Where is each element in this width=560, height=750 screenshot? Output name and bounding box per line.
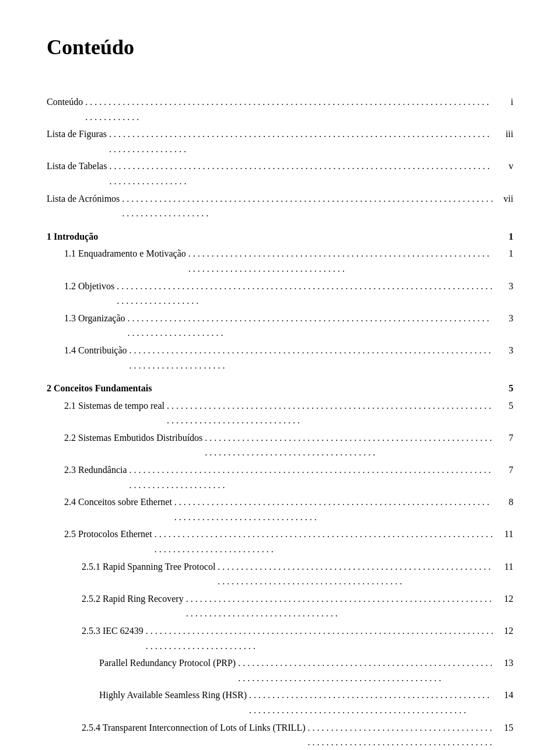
toc-dots: . . . . . . . . . . . . . . . . . . . . … <box>155 527 494 556</box>
toc-entry: 1.3 Organização . . . . . . . . . . . . … <box>47 311 513 341</box>
toc-entry: 2.5.4 Transparent Interconnection of Lot… <box>47 720 513 750</box>
toc-page-number: 7 <box>496 430 513 446</box>
toc-dots: . . . . . . . . . . . . . . . . . . . . … <box>167 398 494 428</box>
toc-dots: . . . . . . . . . . . . . . . . . . . . … <box>238 656 494 685</box>
toc-entry: Highly Available Seamless Ring (HSR) . .… <box>47 688 513 717</box>
toc-entry-label: Conteúdo <box>47 94 83 110</box>
toc-page-number: v <box>496 159 513 174</box>
chapter-label: 2 Conceitos Fundamentais <box>47 381 152 396</box>
page-title: Conteúdo <box>47 35 513 59</box>
toc-entry: Lista de Acrónimos . . . . . . . . . . .… <box>47 191 513 221</box>
toc-page-number: 13 <box>496 656 513 671</box>
toc-entry-label: 1.4 Contribuição <box>64 343 127 358</box>
toc-dots: . . . . . . . . . . . . . . . . . . . . … <box>188 246 494 276</box>
toc-entry-label: 2.2 Sistemas Embutidos Distribuídos <box>64 430 202 446</box>
toc-entry-label: 2.5.4 Transparent Interconnection of Lot… <box>82 720 305 735</box>
toc-dots: . . . . . . . . . . . . . . . . . . . . … <box>128 311 494 341</box>
toc-entry: 2.3 Redundância . . . . . . . . . . . . … <box>47 462 513 492</box>
toc-dots: . . . . . . . . . . . . . . . . . . . . … <box>307 720 494 750</box>
toc-dots: . . . . . . . . . . . . . . . . . . . . … <box>85 94 494 124</box>
toc-dots: . . . . . . . . . . . . . . . . . . . . … <box>130 462 494 492</box>
toc-entry: Parallel Redundancy Protocol (PRP) . . .… <box>47 656 513 685</box>
toc-page-number: 12 <box>496 623 513 639</box>
toc-entry-label: 2.5 Protocolos Ethernet <box>64 527 152 542</box>
toc-dots: . . . . . . . . . . . . . . . . . . . . … <box>146 623 494 653</box>
chapter-page: 1 <box>496 229 513 244</box>
toc-entry-label: Lista de Acrónimos <box>47 191 120 206</box>
toc-entry-label: Lista de Figuras <box>47 127 107 142</box>
toc-page-number: vii <box>496 191 513 206</box>
toc-page-number: 3 <box>496 343 513 358</box>
toc-entry-label: Highly Available Seamless Ring (HSR) <box>99 688 247 703</box>
toc-page-number: 1 <box>496 246 513 261</box>
chapter-page: 5 <box>496 381 513 396</box>
toc-dots: . . . . . . . . . . . . . . . . . . . . … <box>109 159 494 188</box>
toc-entry-label: 2.3 Redundância <box>64 462 127 478</box>
toc-page-number: 15 <box>496 720 513 735</box>
toc-dots: . . . . . . . . . . . . . . . . . . . . … <box>117 279 494 309</box>
toc-page-number: 12 <box>496 591 513 607</box>
toc-page-number: 5 <box>496 398 513 413</box>
chapter-label: 1 Introdução <box>47 229 98 244</box>
toc-entry: 2.5.1 Rapid Spanning Tree Protocol . . .… <box>47 559 513 589</box>
toc-entry: 1.4 Contribuição . . . . . . . . . . . .… <box>47 343 513 373</box>
toc-entry: Conteúdo . . . . . . . . . . . . . . . .… <box>47 94 513 124</box>
toc-entry: Lista de Figuras . . . . . . . . . . . .… <box>47 127 513 156</box>
toc-entry: 1.2 Objetivos . . . . . . . . . . . . . … <box>47 279 513 309</box>
toc-dots: . . . . . . . . . . . . . . . . . . . . … <box>109 127 494 156</box>
toc-entry-label: 1.3 Organização <box>64 311 125 326</box>
toc-entry: 2.5.3 IEC 62439 . . . . . . . . . . . . … <box>47 623 513 653</box>
toc-dots: . . . . . . . . . . . . . . . . . . . . … <box>249 688 494 717</box>
toc-entry: 2.2 Sistemas Embutidos Distribuídos . . … <box>47 430 513 460</box>
toc-page-number: 11 <box>496 527 513 542</box>
toc-page-number: 3 <box>496 311 513 326</box>
toc-page-number: 11 <box>496 559 513 574</box>
top-entries-section: Conteúdo . . . . . . . . . . . . . . . .… <box>47 94 513 221</box>
toc-page-number: 7 <box>496 462 513 478</box>
toc-dots: . . . . . . . . . . . . . . . . . . . . … <box>186 591 494 621</box>
toc-entry: 2.1 Sistemas de tempo real . . . . . . .… <box>47 398 513 428</box>
toc-entry-label: 2.1 Sistemas de tempo real <box>64 398 164 413</box>
chapters-section: 1 Introdução11.1 Enquadramento e Motivaç… <box>47 229 513 750</box>
chapter-heading: 2 Conceitos Fundamentais5 <box>47 381 513 396</box>
toc-page-number: 8 <box>496 495 513 510</box>
toc-dots: . . . . . . . . . . . . . . . . . . . . … <box>205 430 494 460</box>
toc-entry-label: 2.5.1 Rapid Spanning Tree Protocol <box>82 559 215 574</box>
toc-dots: . . . . . . . . . . . . . . . . . . . . … <box>122 191 494 221</box>
toc-dots: . . . . . . . . . . . . . . . . . . . . … <box>130 343 494 373</box>
toc-entry-label: 2.4 Conceitos sobre Ethernet <box>64 495 172 510</box>
toc-entry-label: 2.5.2 Rapid Ring Recovery <box>82 591 184 607</box>
toc-entry-label: Parallel Redundancy Protocol (PRP) <box>99 656 236 671</box>
toc-page-number: i <box>496 94 513 110</box>
toc-entry: 1.1 Enquadramento e Motivação . . . . . … <box>47 246 513 276</box>
toc-entry: 2.4 Conceitos sobre Ethernet . . . . . .… <box>47 495 513 524</box>
toc-page-number: 3 <box>496 279 513 294</box>
chapter-heading: 1 Introdução1 <box>47 229 513 244</box>
toc-page-number: 14 <box>496 688 513 703</box>
toc-entry: Lista de Tabelas . . . . . . . . . . . .… <box>47 159 513 188</box>
toc-dots: . . . . . . . . . . . . . . . . . . . . … <box>218 559 494 589</box>
toc-entry-label: 1.1 Enquadramento e Motivação <box>64 246 186 261</box>
toc-container: Conteúdo . . . . . . . . . . . . . . . .… <box>47 94 513 750</box>
toc-entry-label: 1.2 Objetivos <box>64 279 114 294</box>
toc-entry-label: Lista de Tabelas <box>47 159 107 174</box>
toc-entry: 2.5 Protocolos Ethernet . . . . . . . . … <box>47 527 513 556</box>
toc-entry: 2.5.2 Rapid Ring Recovery . . . . . . . … <box>47 591 513 621</box>
toc-entry-label: 2.5.3 IEC 62439 <box>82 623 144 639</box>
toc-page-number: iii <box>496 127 513 142</box>
toc-dots: . . . . . . . . . . . . . . . . . . . . … <box>174 495 494 524</box>
